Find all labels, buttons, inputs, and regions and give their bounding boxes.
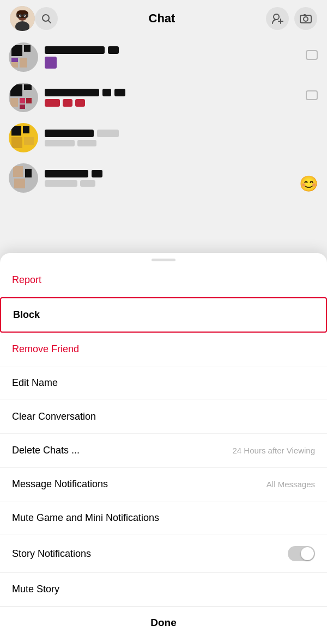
chat-name — [45, 170, 88, 177]
svg-rect-36 — [24, 137, 34, 145]
chat-info — [45, 170, 318, 187]
search-button[interactable] — [35, 7, 58, 30]
action-sheet: Report Block Remove Friend Edit Name Cle… — [0, 253, 327, 644]
story-notifications-toggle[interactable] — [288, 546, 315, 561]
svg-rect-19 — [11, 45, 22, 56]
camera-button[interactable] — [294, 7, 317, 30]
top-bar: Chat — [0, 0, 327, 37]
chat-item[interactable]: 😊 — [0, 158, 327, 198]
delete-chats-menu-item[interactable]: Delete Chats ... 24 Hours after Viewing — [0, 434, 327, 468]
svg-rect-31 — [20, 105, 25, 109]
svg-rect-35 — [11, 137, 22, 148]
chat-name — [45, 130, 94, 137]
message-notifications-label: Message Notifications — [12, 479, 108, 490]
clear-conversation-menu-item[interactable]: Clear Conversation — [0, 400, 327, 434]
avatar — [9, 163, 38, 193]
clear-conversation-label: Clear Conversation — [12, 411, 96, 422]
svg-point-17 — [304, 17, 308, 21]
svg-point-13 — [274, 14, 279, 20]
chat-item[interactable] — [0, 77, 327, 118]
chat-bubble-icon — [305, 49, 318, 65]
svg-rect-24 — [20, 62, 27, 68]
chat-time — [108, 46, 119, 54]
toggle-thumb — [301, 547, 314, 560]
remove-friend-menu-item[interactable]: Remove Friend — [0, 333, 327, 366]
svg-rect-34 — [23, 126, 29, 133]
delete-chats-label: Delete Chats ... — [12, 445, 80, 456]
svg-rect-25 — [306, 51, 317, 59]
chat-name — [45, 46, 105, 54]
mute-game-menu-item[interactable]: Mute Game and Mini Notifications — [0, 501, 327, 535]
chat-preview-red3 — [75, 99, 85, 107]
chat-preview-red — [45, 99, 60, 107]
svg-rect-38 — [14, 179, 25, 188]
remove-friend-label: Remove Friend — [12, 344, 79, 355]
done-label: Done — [150, 617, 177, 629]
chat-preview2 — [77, 140, 96, 146]
user-avatar[interactable] — [10, 6, 35, 31]
page-title: Chat — [58, 11, 266, 26]
chat-list: 😊 — [0, 37, 327, 201]
chat-info — [45, 130, 318, 146]
svg-rect-39 — [25, 169, 32, 177]
story-notifications-label: Story Notifications — [12, 548, 91, 560]
chat-item[interactable] — [0, 118, 327, 158]
svg-rect-23 — [11, 58, 18, 62]
block-label: Block — [13, 309, 40, 321]
svg-point-7 — [24, 15, 25, 16]
chat-info — [45, 46, 299, 69]
svg-rect-20 — [24, 45, 31, 52]
block-menu-item[interactable]: Block — [0, 297, 327, 333]
chat-time-dot — [102, 89, 111, 96]
edit-name-menu-item[interactable]: Edit Name — [0, 366, 327, 400]
svg-rect-29 — [20, 98, 25, 103]
delete-chats-value: 24 Hours after Viewing — [233, 446, 315, 455]
done-button[interactable]: Done — [0, 606, 327, 644]
svg-rect-26 — [10, 84, 22, 96]
sheet-handle — [152, 259, 175, 261]
edit-name-label: Edit Name — [12, 377, 58, 389]
chat-time — [114, 89, 125, 96]
svg-rect-18 — [304, 14, 306, 16]
svg-line-12 — [49, 21, 51, 23]
svg-rect-28 — [10, 98, 18, 107]
report-menu-item[interactable]: Report — [0, 263, 327, 297]
header-actions — [266, 7, 317, 30]
svg-rect-33 — [11, 126, 21, 136]
svg-rect-37 — [13, 166, 23, 177]
mute-game-label: Mute Game and Mini Notifications — [12, 512, 159, 524]
story-notifications-menu-item[interactable]: Story Notifications — [0, 535, 327, 573]
svg-point-6 — [20, 15, 21, 16]
svg-rect-30 — [26, 98, 32, 103]
chat-item[interactable] — [0, 37, 327, 77]
chat-preview-red2 — [63, 99, 72, 107]
chat-preview — [45, 180, 77, 187]
chat-bubble-icon — [305, 89, 318, 106]
chat-preview2 — [80, 180, 95, 187]
svg-rect-27 — [24, 84, 32, 90]
chat-info — [45, 89, 299, 107]
chat-time — [97, 130, 119, 137]
report-label: Report — [12, 274, 41, 286]
mute-story-menu-item[interactable]: Mute Story — [0, 573, 327, 606]
add-friend-button[interactable] — [266, 7, 289, 30]
mute-story-label: Mute Story — [12, 584, 59, 595]
chat-name — [45, 89, 99, 96]
message-notifications-value: All Messages — [267, 480, 315, 489]
svg-rect-32 — [306, 91, 317, 100]
emoji-icon: 😊 — [299, 175, 318, 193]
message-notifications-menu-item[interactable]: Message Notifications All Messages — [0, 468, 327, 501]
avatar — [9, 42, 38, 72]
chat-time — [92, 170, 102, 177]
chat-preview-icon — [45, 57, 57, 69]
avatar — [9, 123, 38, 152]
chat-preview — [45, 140, 75, 146]
avatar — [9, 83, 38, 112]
